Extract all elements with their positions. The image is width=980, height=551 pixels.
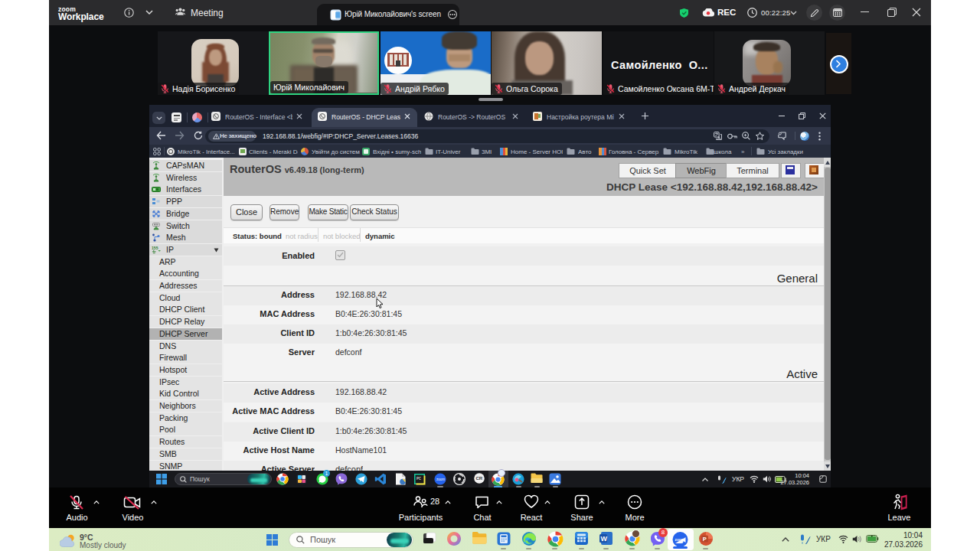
svg-text:CR: CR	[475, 476, 482, 481]
svg-text:PC: PC	[416, 477, 421, 481]
svg-text:zoom: zoom	[436, 478, 445, 481]
svg-text:155: 155	[152, 246, 158, 250]
svg-text:W: W	[601, 535, 608, 543]
svg-text:P: P	[703, 536, 707, 543]
svg-text:zoom: zoom	[675, 538, 684, 542]
